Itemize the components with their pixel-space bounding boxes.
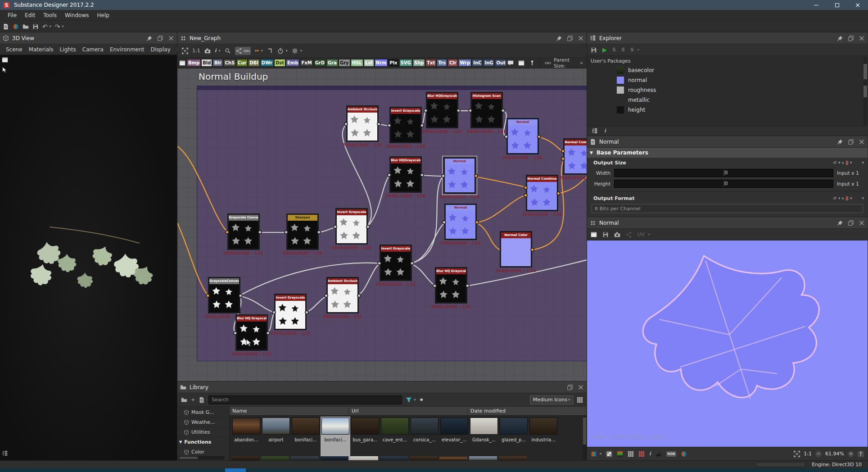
library-item[interactable]: industria...	[529, 417, 558, 460]
packages-section-label[interactable]: User's Packages	[587, 57, 868, 65]
graph-node[interactable]: Normal2048x2048 - C16	[446, 205, 475, 239]
marker-icon[interactable]	[529, 60, 535, 66]
ab-compare-icon[interactable]	[591, 231, 597, 238]
camera-icon[interactable]	[614, 231, 620, 238]
node-type-nrm[interactable]: Nrm	[375, 59, 388, 67]
pin-icon[interactable]	[837, 35, 843, 41]
input-connector[interactable]	[524, 186, 528, 190]
node-type-bmp[interactable]: Bmp	[187, 59, 201, 67]
node-type-dst[interactable]: Dst	[274, 59, 285, 67]
maximize-button[interactable]	[827, 0, 847, 10]
library-item[interactable]: corsica_...	[410, 417, 439, 460]
library-scrollbar[interactable]	[583, 417, 586, 459]
graph-node[interactable]: Invert Grayscale2048x2048 - L16	[276, 295, 305, 329]
library-item[interactable]: elevator_...	[439, 417, 469, 460]
input-connector[interactable]	[524, 193, 528, 197]
pin-icon[interactable]	[146, 35, 153, 41]
2d-image-view[interactable]: 2048 x 2048 (RGBA, 16bpc)	[587, 241, 868, 447]
3d-menu-display[interactable]: Display	[148, 45, 174, 54]
output-connector[interactable]	[305, 310, 309, 314]
favorites-star-icon[interactable]: ★	[419, 397, 424, 403]
output-format-select[interactable]: 8 Bits per Channel	[592, 204, 863, 213]
scene-tree-icon[interactable]	[2, 450, 8, 457]
node-type-clr[interactable]: Clr	[448, 59, 458, 67]
save-icon[interactable]	[32, 23, 39, 30]
output-connector[interactable]	[357, 294, 361, 298]
unlink-icon[interactable]	[244, 48, 250, 54]
graph-node[interactable]: Normal2048x2048 - C16	[508, 119, 538, 153]
info-icon[interactable]: i	[649, 451, 651, 457]
edit-list-icon[interactable]	[199, 397, 205, 403]
library-item[interactable]: airport	[261, 417, 291, 460]
info-dropdown-icon[interactable]: ▾	[218, 49, 220, 53]
node-list-icon[interactable]	[179, 60, 185, 66]
node-type-blr[interactable]: Blr	[212, 59, 223, 67]
elbow-routing-icon[interactable]	[267, 48, 273, 54]
input-connector[interactable]	[272, 310, 276, 314]
output-connector[interactable]	[266, 331, 270, 335]
camera-icon[interactable]	[204, 48, 211, 54]
3d-menu-materials[interactable]: Materials	[26, 45, 57, 54]
magnifier-icon[interactable]	[225, 48, 231, 54]
graph-node[interactable]: Invert Grayscale2048x2048 - L16	[381, 246, 411, 280]
input-connector[interactable]	[424, 109, 428, 113]
graph-node[interactable]: Normal Combine2048x2048 - C16	[527, 176, 557, 210]
fit-view-icon[interactable]	[794, 451, 800, 457]
input-connector[interactable]	[561, 157, 565, 161]
float-icon[interactable]	[848, 139, 854, 145]
graph-node[interactable]: Grayscale Convers...2048x2048 - L16	[229, 215, 258, 249]
connection-mode-icon[interactable]: ↔	[255, 48, 259, 54]
zoom-1-1-label[interactable]: 1:1	[804, 451, 812, 457]
3d-menu-lights[interactable]: Lights	[57, 45, 79, 54]
sidebar-scrollbar[interactable]	[179, 456, 224, 459]
input-connector[interactable]	[433, 284, 437, 288]
column-name[interactable]: Name	[230, 407, 349, 415]
view-mode-select[interactable]: Medium Icons▾	[530, 395, 573, 404]
undo-dropdown-icon[interactable]: ▾	[50, 24, 51, 28]
node-type-gry[interactable]: Gry	[339, 59, 350, 67]
3d-menu-environment[interactable]: Environment	[107, 45, 148, 54]
input-connector[interactable]	[561, 149, 565, 153]
output-connector[interactable]	[410, 261, 414, 265]
reset-icon[interactable]: ↺	[833, 196, 836, 200]
minimize-button[interactable]	[806, 0, 827, 10]
graph-node[interactable]: Sharpen2048x2048 - L16	[288, 215, 317, 249]
fit-view-icon[interactable]	[182, 48, 188, 54]
column-date-modified[interactable]: Date modified	[468, 407, 587, 415]
node-type-chs[interactable]: ChS	[223, 59, 236, 67]
close-icon[interactable]	[859, 35, 865, 41]
gear-icon[interactable]	[292, 48, 298, 54]
graph-node[interactable]: GrayscaleConvers...2048x2048 - L16	[209, 278, 239, 312]
timer-icon[interactable]	[277, 48, 284, 54]
frame-icon[interactable]	[518, 60, 524, 66]
library-item[interactable]: bus_gara...	[350, 417, 380, 460]
node-type-cur[interactable]: Cur	[236, 59, 248, 67]
zoom-1-1-label[interactable]: 1:1	[192, 48, 200, 54]
function-flag-icon[interactable]	[846, 161, 848, 165]
node-type-lvl[interactable]: Lvl	[364, 59, 374, 67]
graph-node[interactable]: Normal Combine2048x2048 - C16	[565, 140, 587, 173]
close-icon[interactable]	[859, 139, 865, 145]
output-connector[interactable]	[239, 294, 243, 298]
menu-file[interactable]: File	[4, 11, 21, 20]
node-type-svg[interactable]: SVG	[399, 59, 412, 67]
library-category-color[interactable]: Color	[177, 447, 229, 457]
input-connector[interactable]	[387, 123, 391, 127]
menu-edit[interactable]: Edit	[21, 11, 39, 20]
library-item[interactable]: cave_ent...	[380, 417, 410, 460]
select-arrow-icon[interactable]	[2, 67, 8, 73]
output-connector[interactable]	[475, 220, 479, 224]
library-item[interactable]: glazed_p...	[499, 417, 529, 460]
input-connector[interactable]	[225, 230, 229, 234]
input-connector[interactable]	[442, 220, 446, 224]
filter-dropdown-icon[interactable]: ▾	[414, 398, 416, 402]
search-input[interactable]	[208, 395, 402, 404]
output-connector[interactable]	[556, 191, 561, 195]
toolbar-overflow-chevron[interactable]: »	[580, 60, 583, 66]
graph-node[interactable]: Blur HQGrayscale2048x2048 - L16	[391, 158, 420, 191]
comment-icon[interactable]	[507, 60, 514, 66]
filter-funnel-icon[interactable]	[406, 397, 412, 403]
output-connector[interactable]	[466, 284, 470, 288]
node-type-txt[interactable]: Txt	[425, 59, 436, 67]
node-type-dbl[interactable]: DBl	[248, 59, 259, 67]
